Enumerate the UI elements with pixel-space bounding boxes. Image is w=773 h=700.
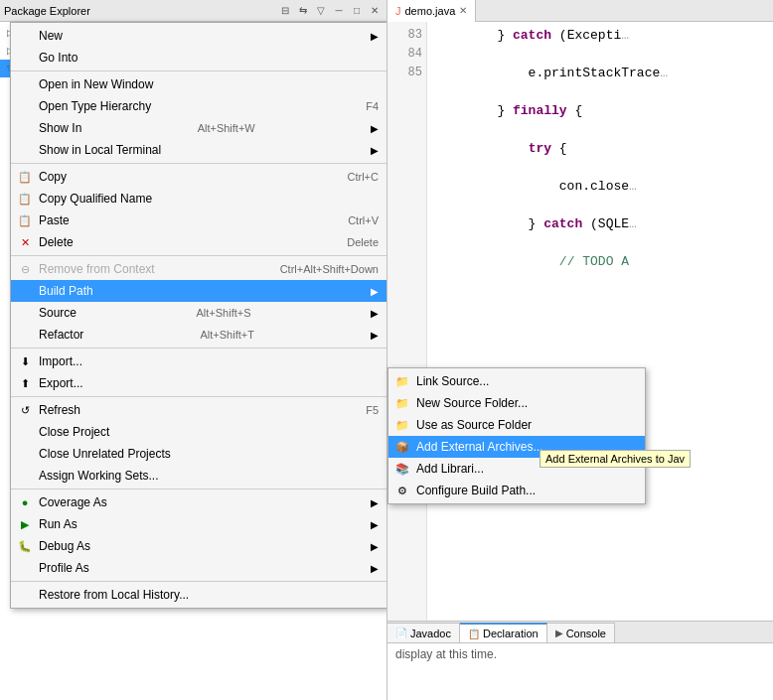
menu-item-delete[interactable]: ✕ Delete Delete — [11, 231, 386, 253]
menu-label-new: New — [39, 29, 63, 43]
add-external-archives-icon: 📦 — [394, 439, 410, 455]
tab-console[interactable]: ▶ Console — [547, 623, 615, 642]
tab-label-demo-java: demo.java — [405, 5, 456, 17]
arrow-run-as: ▶ — [351, 519, 379, 530]
submenu-item-new-source-folder[interactable]: 📁 New Source Folder... — [388, 392, 645, 414]
sep-4 — [11, 348, 386, 349]
arrow-debug-as: ▶ — [351, 541, 379, 552]
close-tab-demo-java[interactable]: ✕ — [459, 5, 467, 16]
menu-item-show-local-terminal[interactable]: Show in Local Terminal ▶ — [11, 139, 386, 161]
menu-item-open-new-window[interactable]: Open in New Window — [11, 73, 386, 95]
panel-title: Package Explorer — [4, 5, 277, 17]
menu-item-refresh[interactable]: ↺ Refresh F5 — [11, 399, 386, 421]
menu-label-restore-local: Restore from Local History... — [39, 588, 189, 602]
bottom-tabs: 📄 Javadoc 📋 Declaration ▶ Console — [387, 622, 773, 643]
menu-label-show-in: Show In — [39, 121, 81, 135]
shortcut-refresh: F5 — [346, 404, 379, 416]
menu-item-build-path[interactable]: Build Path ▶ — [11, 280, 386, 302]
collapse-all-icon[interactable]: ⊟ — [277, 3, 293, 19]
menu-label-export: Export... — [39, 376, 83, 390]
console-icon: ▶ — [555, 628, 563, 638]
menu-item-export[interactable]: ⬆ Export... — [11, 372, 386, 394]
menu-item-profile-as[interactable]: Profile As ▶ — [11, 557, 386, 579]
menu-item-go-into[interactable]: Go Into — [11, 47, 386, 69]
code-text[interactable]: } catch (Excepti… e.printStackTrace… } f… — [427, 22, 773, 621]
panel-icons: ⊟ ⇆ ▽ ─ □ ✕ — [277, 3, 383, 19]
shortcut-remove-context: Ctrl+Alt+Shift+Down — [260, 263, 379, 275]
menu-item-close-unrelated[interactable]: Close Unrelated Projects — [11, 443, 386, 465]
menu-label-open-type-hierarchy: Open Type Hierarchy — [39, 99, 151, 113]
menu-item-open-type-hierarchy[interactable]: Open Type Hierarchy F4 — [11, 95, 386, 117]
tab-declaration[interactable]: 📋 Declaration — [460, 623, 547, 642]
shortcut-paste: Ctrl+V — [328, 214, 379, 226]
tab-javadoc[interactable]: 📄 Javadoc — [387, 623, 460, 642]
menu-label-delete: Delete — [39, 235, 74, 249]
line-num-83: 83 — [387, 26, 422, 45]
menu-item-coverage-as[interactable]: ● Coverage As ▶ — [11, 491, 386, 513]
arrow-show-local-terminal: ▶ — [351, 145, 379, 156]
menu-item-remove-context: ⊖ Remove from Context Ctrl+Alt+Shift+Dow… — [11, 258, 386, 280]
submenu-label-add-external-archives: Add External Archives... — [416, 440, 542, 454]
refresh-icon: ↺ — [17, 402, 33, 418]
shortcut-show-in: Alt+Shift+W — [178, 122, 255, 134]
menu-item-restore-local[interactable]: Restore from Local History... — [11, 584, 386, 606]
editor-tab-demo-java[interactable]: J demo.java ✕ — [387, 0, 476, 22]
bottom-content-text: display at this time. — [395, 647, 497, 661]
shortcut-open-type-hierarchy: F4 — [346, 100, 379, 112]
arrow-source: ▶ — [351, 308, 379, 319]
debug-icon: 🐛 — [17, 538, 33, 554]
menu-label-refactor: Refactor — [39, 328, 83, 342]
arrow-coverage-as: ▶ — [351, 497, 379, 508]
menu-label-refresh: Refresh — [39, 403, 80, 417]
configure-build-path-icon: ⚙ — [394, 483, 410, 498]
shortcut-refactor: Alt+Shift+T — [180, 329, 253, 341]
submenu-label-add-libraries: Add Librari... — [416, 462, 484, 476]
menu-label-show-local-terminal: Show in Local Terminal — [39, 143, 161, 157]
close-panel-icon[interactable]: ✕ — [367, 3, 383, 19]
shortcut-source: Alt+Shift+S — [176, 307, 250, 319]
submenu-item-use-as-source-folder[interactable]: 📁 Use as Source Folder — [388, 414, 645, 436]
menu-item-copy[interactable]: 📋 Copy Ctrl+C — [11, 166, 386, 188]
menu-item-debug-as[interactable]: 🐛 Debug As ▶ — [11, 535, 386, 557]
menu-item-source[interactable]: Source Alt+Shift+S ▶ — [11, 302, 386, 324]
arrow-new: ▶ — [351, 31, 379, 42]
editor-content[interactable]: 83 84 85 } catch (Excepti… e.printStackT… — [387, 22, 773, 621]
submenu-label-link-source: Link Source... — [416, 374, 489, 388]
view-menu-icon[interactable]: ▽ — [313, 3, 329, 19]
maximize-icon[interactable]: □ — [349, 3, 365, 19]
delete-icon: ✕ — [17, 234, 33, 250]
submenu-item-configure-build-path[interactable]: ⚙ Configure Build Path... — [388, 480, 645, 501]
run-icon: ▶ — [17, 516, 33, 532]
menu-item-assign-working-sets[interactable]: Assign Working Sets... — [11, 465, 386, 487]
menu-item-refactor[interactable]: Refactor Alt+Shift+T ▶ — [11, 324, 386, 346]
menu-item-close-project[interactable]: Close Project — [11, 421, 386, 443]
shortcut-copy: Ctrl+C — [328, 171, 379, 183]
arrow-profile-as: ▶ — [351, 563, 379, 574]
menu-item-paste[interactable]: 📋 Paste Ctrl+V — [11, 210, 386, 231]
code-editor: J demo.java ✕ 83 84 85 } catch (Excepti…… — [387, 0, 773, 700]
submenu-label-new-source-folder: New Source Folder... — [416, 396, 528, 410]
tooltip-add-external-archives: Add External Archives to Jav — [540, 450, 691, 468]
menu-label-import: Import... — [39, 354, 82, 368]
menu-item-import[interactable]: ⬇ Import... — [11, 350, 386, 372]
sep-2 — [11, 163, 386, 164]
menu-label-assign-working-sets: Assign Working Sets... — [39, 469, 159, 483]
menu-item-show-in[interactable]: Show In Alt+Shift+W ▶ — [11, 117, 386, 139]
link-editor-icon[interactable]: ⇆ — [295, 3, 311, 19]
editor-tabs: J demo.java ✕ — [387, 0, 773, 22]
menu-label-source: Source — [39, 306, 77, 320]
copy-icon: 📋 — [17, 169, 33, 185]
menu-label-copy-qualified: Copy Qualified Name — [39, 192, 152, 206]
menu-label-close-unrelated: Close Unrelated Projects — [39, 447, 171, 461]
minimize-icon[interactable]: ─ — [331, 3, 347, 19]
copy-qualified-icon: 📋 — [17, 191, 33, 207]
sep-6 — [11, 489, 386, 490]
menu-item-new[interactable]: New ▶ — [11, 25, 386, 47]
build-path-submenu: 📁 Link Source... 📁 New Source Folder... … — [387, 367, 646, 504]
submenu-item-link-source[interactable]: 📁 Link Source... — [388, 370, 645, 392]
menu-item-copy-qualified[interactable]: 📋 Copy Qualified Name — [11, 188, 386, 210]
javadoc-icon: 📄 — [395, 628, 407, 638]
package-explorer-panel: Package Explorer ⊟ ⇆ ▽ ─ □ ✕ ▷ 🗂 hello j… — [0, 0, 387, 700]
menu-item-run-as[interactable]: ▶ Run As ▶ — [11, 513, 386, 535]
shortcut-delete: Delete — [327, 236, 379, 248]
